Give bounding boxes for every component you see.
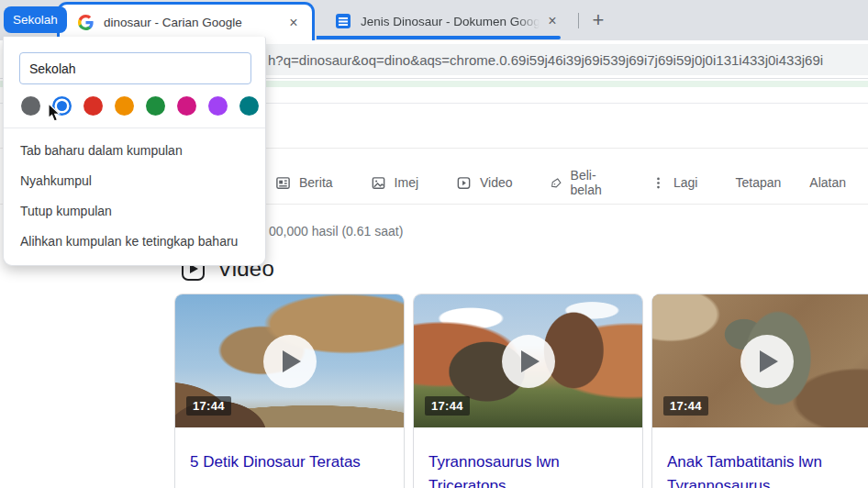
nav-label: Video	[480, 175, 513, 190]
nav-tab-lagi[interactable]: Lagi	[651, 175, 697, 190]
color-swatch-teal[interactable]	[239, 96, 259, 116]
play-button-icon[interactable]	[263, 335, 317, 388]
video-title-link[interactable]: Tyrannosaurus lwn Triceratops	[414, 427, 642, 488]
more-vertical-dots-icon	[651, 176, 665, 190]
nav-tab-beli-belah[interactable]: Beli-belah	[551, 168, 614, 197]
video-card[interactable]: 17:44 Anak Tambatitanis lwn Tyrannosauru…	[651, 294, 868, 488]
mouse-cursor	[48, 103, 62, 123]
menu-items: Tab baharu dalam kumpulan Nyahkumpul Tut…	[4, 128, 265, 256]
video-icon	[456, 175, 472, 191]
color-swatch-pink[interactable]	[177, 96, 196, 116]
color-swatch-orange[interactable]	[115, 96, 134, 116]
close-tab-icon[interactable]: ×	[284, 14, 303, 32]
video-title-link[interactable]: Anak Tambatitanis lwn Tyrannosaurus	[652, 427, 868, 488]
color-swatch-green[interactable]	[146, 96, 165, 116]
menu-item-ungroup[interactable]: Nyahkumpul	[4, 165, 265, 195]
video-thumbnail[interactable]: 17:44	[175, 294, 404, 427]
video-thumbnail[interactable]: 17:44	[414, 294, 642, 427]
tab-docs-dinosaur[interactable]: Jenis Dinosaur - Dokumen Goog ×	[319, 4, 569, 39]
play-button-icon[interactable]	[502, 335, 555, 388]
menu-item-close-group[interactable]: Tutup kumpulan	[4, 195, 265, 226]
news-icon	[275, 175, 291, 191]
tab-title: dinosaur - Carian Google	[104, 16, 284, 29]
google-favicon-icon	[78, 15, 94, 30]
video-thumbnail[interactable]: 17:44	[652, 294, 868, 427]
nav-label: Imej	[395, 175, 418, 190]
tab-dinosaur-search[interactable]: dinosaur - Carian Google ×	[57, 2, 315, 40]
tab-separator	[578, 13, 579, 28]
tab-group-chip[interactable]: Sekolah	[4, 6, 67, 33]
shopping-tag-icon	[551, 175, 562, 191]
color-swatch-grey[interactable]	[21, 96, 40, 116]
nav-label: Alatan	[809, 175, 846, 190]
tab-group-menu: Tab baharu dalam kumpulan Nyahkumpul Tut…	[3, 37, 266, 266]
nav-tetapan[interactable]: Tetapan	[735, 175, 781, 190]
search-nav-row: Berita Imej Video Beli-belah	[275, 171, 846, 194]
menu-item-move-group-to-new-window[interactable]: Alihkan kumpulan ke tetingkap baharu	[4, 226, 265, 256]
color-swatch-red[interactable]	[83, 96, 103, 116]
new-tab-button[interactable]: +	[585, 7, 611, 33]
tab-title: Jenis Dinosaur - Dokumen Goog	[361, 15, 543, 28]
nav-label: Berita	[299, 175, 333, 190]
nav-tab-imej[interactable]: Imej	[371, 175, 418, 191]
play-button-icon[interactable]	[740, 335, 794, 388]
nav-tab-video[interactable]: Video	[456, 175, 513, 191]
nav-label: Lagi	[673, 175, 697, 190]
nav-tab-berita[interactable]: Berita	[275, 175, 333, 191]
tab-strip: dinosaur - Carian Google × Jenis Dinosau…	[0, 0, 868, 40]
menu-item-new-tab-in-group[interactable]: Tab baharu dalam kumpulan	[4, 135, 265, 165]
video-card[interactable]: 17:44 Tyrannosaurus lwn Triceratops	[413, 294, 643, 488]
browser-window: dinosaur - Carian Google × Jenis Dinosau…	[0, 0, 868, 488]
group-name-input[interactable]	[19, 52, 251, 84]
video-title-link[interactable]: 5 Detik Dinosaur Teratas	[175, 427, 404, 474]
video-duration-badge: 17:44	[186, 396, 231, 416]
nav-label: Tetapan	[735, 175, 781, 190]
video-duration-badge: 17:44	[663, 396, 708, 416]
image-icon	[371, 175, 386, 191]
google-docs-icon	[336, 14, 351, 28]
nav-label: Beli-belah	[571, 168, 614, 197]
nav-alatan[interactable]: Alatan	[809, 175, 846, 190]
close-tab-icon[interactable]: ×	[543, 12, 562, 30]
color-swatch-purple[interactable]	[208, 96, 228, 116]
group-color-swatches	[4, 84, 265, 116]
results-stats: 00,000 hasil (0.61 saat)	[269, 224, 403, 238]
video-duration-badge: 17:44	[425, 396, 470, 416]
video-card[interactable]: 17:44 5 Detik Dinosaur Teratas	[174, 294, 405, 488]
nav-right-group: Tetapan Alatan	[735, 175, 846, 190]
